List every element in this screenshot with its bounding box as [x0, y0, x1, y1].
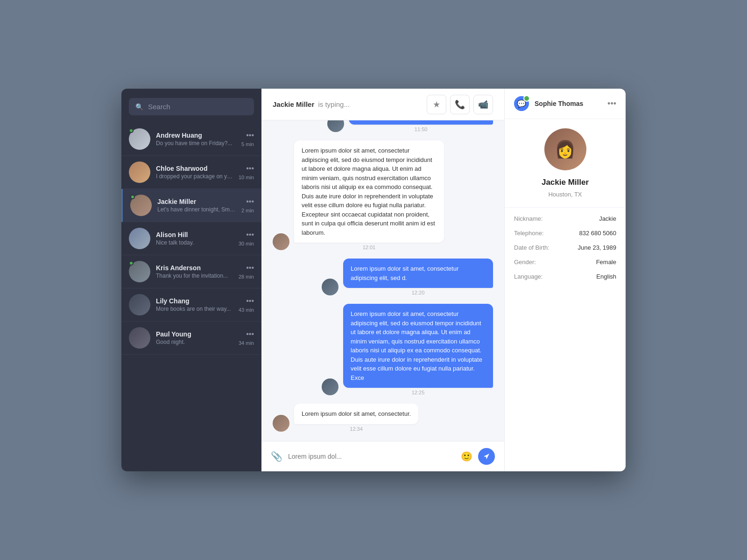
chat-area: Jackie Miller is typing... ★ 📞 📹 Lorem i… — [261, 89, 504, 471]
avatar-wrap — [129, 228, 150, 249]
contact-meta: ••• 28 min — [239, 264, 254, 280]
message-content: ehenderit in voluptate velit esse cillum… — [349, 120, 493, 132]
search-icon: 🔍 — [135, 103, 143, 111]
contact-more-button[interactable]: ••• — [246, 231, 254, 239]
contact-item-andrew[interactable]: Andrew Huang Do you have time on Friday?… — [121, 123, 261, 156]
contact-preview: Do you have time on Friday?... — [156, 140, 236, 147]
favorite-button[interactable]: ★ — [427, 95, 446, 114]
profile-body: 👩 Jackie Miller Houston, TX — [505, 119, 626, 208]
profile-more-button[interactable]: ••• — [607, 99, 616, 109]
contact-more-button[interactable]: ••• — [246, 297, 254, 305]
message-time: 12:25 — [412, 390, 425, 395]
contact-item-paul[interactable]: Paul Young Good night. ••• 34 min — [121, 322, 261, 355]
chat-active-name: Jackie Miller is typing... — [273, 100, 419, 108]
attach-button[interactable]: 📎 — [271, 451, 282, 462]
message-row: Lorem ipsum dolor sit amet, consectetur … — [273, 140, 493, 250]
contact-name: Kris Anderson — [156, 264, 233, 272]
contact-meta: ••• 34 min — [239, 330, 254, 346]
message-content: Lorem ipsum dolor sit amet, consectetur … — [343, 259, 493, 295]
message-bubble: Lorem ipsum dolor sit amet, consectetur … — [343, 259, 493, 288]
avatar-wrap — [129, 294, 150, 315]
contact-more-button[interactable]: ••• — [246, 131, 254, 140]
avatar-wrap — [129, 261, 150, 282]
contact-name: Lily Chang — [156, 297, 233, 305]
avatar-wrap — [129, 128, 150, 150]
message-input[interactable] — [288, 453, 455, 460]
message-time: 12:34 — [350, 426, 363, 432]
avatar — [129, 327, 150, 349]
contact-info: Andrew Huang Do you have time on Friday?… — [156, 132, 236, 147]
detail-row: Date of Birth: June 23, 1989 — [514, 244, 616, 251]
avatar — [129, 161, 150, 183]
contact-list: Andrew Huang Do you have time on Friday?… — [121, 123, 261, 471]
detail-label: Language: — [514, 273, 543, 280]
detail-label: Date of Birth: — [514, 244, 550, 251]
contact-item-chloe[interactable]: Chloe Sharwood I dropped your package on… — [121, 156, 261, 189]
detail-value: 832 680 5060 — [579, 230, 616, 237]
emoji-button[interactable]: 🙂 — [461, 451, 472, 462]
avatar — [129, 294, 150, 315]
message-row: Lorem ipsum dolor sit amet, consectetur … — [273, 304, 493, 395]
online-indicator — [130, 195, 135, 199]
contact-preview: Thank you for the invitation... — [156, 273, 233, 279]
contact-more-button[interactable]: ••• — [246, 330, 254, 338]
messenger-icon: 💬 — [514, 96, 529, 111]
contact-time: 28 min — [239, 274, 254, 280]
message-time: 12:20 — [412, 290, 425, 295]
chat-header-title: Jackie Miller is typing... — [273, 100, 419, 108]
message-bubble: Lorem ipsum dolor sit amet, consectetur. — [294, 404, 418, 424]
search-area: 🔍 Search — [121, 89, 261, 123]
message-bubble: ehenderit in voluptate velit esse cillum… — [349, 120, 493, 125]
contact-time: 5 min — [241, 141, 254, 147]
detail-row: Nickname: Jackie — [514, 215, 616, 222]
contact-item-kris[interactable]: Kris Anderson Thank you for the invitati… — [121, 255, 261, 288]
video-button[interactable]: 📹 — [473, 95, 493, 114]
contact-name: Andrew Huang — [156, 132, 236, 139]
contact-info: Paul Young Good night. — [156, 330, 233, 345]
contact-preview: More books are on their way... — [156, 306, 233, 312]
contact-meta: ••• 2 min — [241, 197, 254, 213]
contact-info: Lily Chang More books are on their way..… — [156, 297, 233, 312]
message-row: Lorem ipsum dolor sit amet, consectetur.… — [273, 404, 493, 432]
message-bubble: Lorem ipsum dolor sit amet, consectetur … — [294, 140, 444, 243]
contact-preview: Good night. — [156, 339, 233, 345]
search-box[interactable]: 🔍 Search — [129, 98, 254, 115]
contact-info: Jackie Miller Let's have dinner tonight,… — [157, 198, 236, 213]
contact-preview: Nice talk today. — [156, 239, 233, 246]
detail-value: Female — [596, 259, 616, 266]
contact-more-button[interactable]: ••• — [246, 197, 254, 206]
contact-time: 43 min — [239, 307, 254, 313]
detail-row: Telephone: 832 680 5060 — [514, 230, 616, 237]
message-content: Lorem ipsum dolor sit amet, consectetur … — [294, 140, 444, 250]
profile-avatar: 👩 — [544, 128, 586, 170]
contact-info: Alison Hill Nice talk today. — [156, 231, 233, 246]
message-row: Lorem ipsum dolor sit amet, consectetur … — [273, 259, 493, 295]
message-avatar — [327, 120, 344, 132]
message-time: 12:01 — [363, 245, 376, 250]
contact-item-lily[interactable]: Lily Chang More books are on their way..… — [121, 288, 261, 322]
call-button[interactable]: 📞 — [450, 95, 470, 114]
detail-label: Gender: — [514, 259, 536, 266]
contact-item-jackie[interactable]: Jackie Miller Let's have dinner tonight,… — [121, 189, 261, 222]
contact-info: Chloe Sharwood I dropped your package on… — [156, 165, 233, 180]
message-content: Lorem ipsum dolor sit amet, consectetur … — [343, 304, 493, 395]
message-time: 11:50 — [415, 126, 428, 132]
contact-time: 30 min — [239, 241, 254, 246]
send-button[interactable] — [478, 448, 495, 465]
detail-label: Nickname: — [514, 215, 543, 222]
app-container: 🔍 Search Andrew Huang Do you have time o… — [121, 89, 626, 471]
chat-header: Jackie Miller is typing... ★ 📞 📹 — [261, 89, 504, 120]
chat-status: is typing... — [318, 100, 350, 108]
online-indicator — [129, 128, 134, 133]
contact-more-button[interactable]: ••• — [246, 164, 254, 173]
profile-panel: 💬 Sophie Thomas ••• 👩 Jackie Miller Hous… — [504, 89, 626, 471]
contact-name: Chloe Sharwood — [156, 165, 233, 172]
contact-preview: I dropped your package on your... — [156, 173, 233, 180]
detail-row: Language: English — [514, 273, 616, 280]
search-label: Search — [148, 103, 170, 111]
contact-item-alison[interactable]: Alison Hill Nice talk today. ••• 30 min — [121, 222, 261, 255]
message-avatar — [322, 279, 338, 295]
contact-time: 34 min — [239, 340, 254, 346]
contact-more-button[interactable]: ••• — [246, 264, 254, 272]
messages-container: Lorem ipsum dolor sit amet, consectetur.… — [261, 120, 504, 441]
